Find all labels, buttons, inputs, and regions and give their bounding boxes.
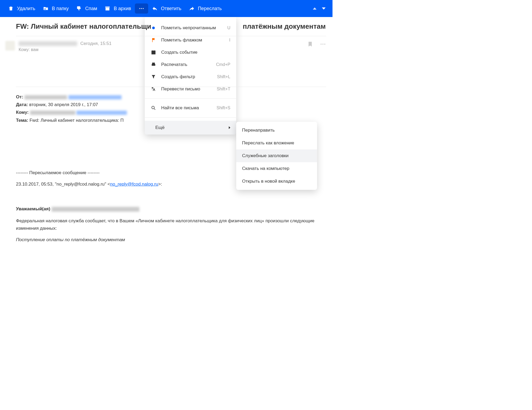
sender-name-redacted bbox=[19, 41, 77, 46]
reply-label: Ответить bbox=[161, 6, 181, 11]
email-body: От: Дата: вторник, 30 апреля 2019 г., 17… bbox=[16, 93, 326, 243]
svg-point-2 bbox=[143, 8, 144, 9]
forward-icon bbox=[189, 6, 195, 11]
svg-point-0 bbox=[139, 8, 140, 9]
email-to: Кому: вам bbox=[19, 47, 111, 52]
archive-button[interactable]: В архив bbox=[101, 3, 135, 14]
svg-point-6 bbox=[322, 44, 323, 45]
archive-label: В архив bbox=[114, 6, 131, 11]
thumbs-down-icon bbox=[76, 6, 82, 11]
greeting-name-redacted bbox=[52, 207, 139, 212]
avatar bbox=[5, 41, 15, 51]
more-button[interactable] bbox=[135, 3, 148, 14]
email-content: FW: Личный кабинет налогоплательщи XXXXX… bbox=[0, 17, 332, 254]
subject-suffix: платёжным документам bbox=[243, 22, 326, 30]
to-folder-button[interactable]: В папку bbox=[39, 3, 73, 14]
forward-button[interactable]: Переслать bbox=[185, 3, 226, 14]
body-paragraph-1: Федеральная налоговая служба сообщает, ч… bbox=[16, 217, 326, 232]
more-actions-icon[interactable] bbox=[320, 41, 326, 48]
more-icon bbox=[139, 6, 144, 11]
bookmark-icon[interactable] bbox=[307, 41, 313, 48]
archive-icon bbox=[105, 6, 110, 11]
forward-label: Переслать bbox=[198, 6, 222, 11]
email-date: Сегодня, 15:51 bbox=[80, 41, 111, 46]
date-value: вторник, 30 апреля 2019 г., 17:07 bbox=[29, 102, 98, 107]
spam-button[interactable]: Спам bbox=[72, 3, 101, 14]
subject-body-label: Тема: bbox=[16, 118, 28, 123]
reply-button[interactable]: Ответить bbox=[148, 3, 185, 14]
svg-point-5 bbox=[321, 44, 322, 45]
trash-icon bbox=[8, 6, 14, 11]
email-meta: Сегодня, 15:51 Кому: вам bbox=[16, 36, 326, 52]
forward-email-link[interactable]: no_reply@fcod.nalog.ru bbox=[110, 182, 158, 187]
to-email-redacted bbox=[76, 111, 127, 115]
greeting: Уважаемый(ая) bbox=[16, 206, 50, 211]
forward-line-post: >: bbox=[158, 182, 162, 187]
spam-label: Спам bbox=[85, 6, 97, 11]
from-label: От: bbox=[16, 94, 23, 99]
subject-body-value: Fwd: Личный кабинет налогоплательщика: П bbox=[30, 118, 124, 123]
divider bbox=[16, 87, 326, 87]
email-actions bbox=[307, 41, 326, 48]
svg-point-7 bbox=[324, 44, 325, 45]
from-email-redacted bbox=[68, 95, 122, 99]
to-label: Кому: bbox=[16, 110, 29, 115]
delete-label: Удалить bbox=[17, 6, 35, 11]
email-subject: FW: Личный кабинет налогоплательщи XXXXX… bbox=[16, 22, 326, 36]
prev-message-icon[interactable] bbox=[313, 7, 317, 10]
svg-point-1 bbox=[141, 8, 142, 9]
date-label: Дата: bbox=[16, 102, 28, 107]
from-name-redacted bbox=[24, 95, 67, 99]
delete-button[interactable]: Удалить bbox=[4, 3, 39, 14]
body-paragraph-2: Поступление оплаты по платёжным документ… bbox=[16, 236, 326, 243]
folder-move-icon bbox=[43, 6, 49, 11]
forwarded-separator: -------- Пересылаемое сообщение -------- bbox=[16, 169, 326, 176]
reply-icon bbox=[152, 6, 158, 11]
forward-line-pre: 23.10.2017, 05:53, "no_reply@fcod.nalog.… bbox=[16, 182, 110, 187]
toolbar-right bbox=[313, 7, 328, 10]
next-message-icon[interactable] bbox=[322, 7, 326, 10]
subject-prefix: FW: Личный кабинет налогоплательщи bbox=[16, 22, 151, 30]
to-folder-label: В папку bbox=[52, 6, 69, 11]
toolbar: Удалить В папку Спам В архив Ответить Пе… bbox=[0, 0, 332, 17]
to-name-redacted bbox=[30, 111, 75, 115]
